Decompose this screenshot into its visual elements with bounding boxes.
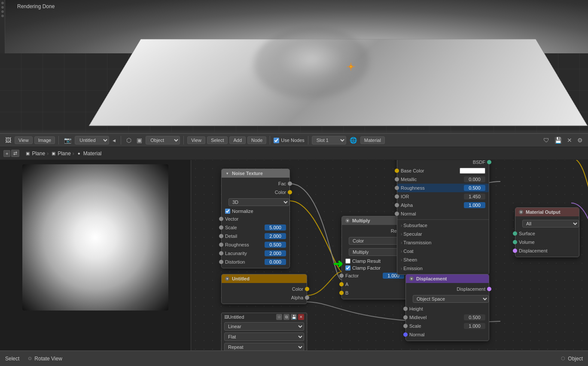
object-dropdown[interactable]: Object	[146, 136, 180, 145]
node-menu[interactable]: Node	[247, 136, 266, 144]
collapse-btn[interactable]: ▾	[225, 277, 229, 281]
roughness-row[interactable]: Roughness 0.500	[397, 184, 489, 192]
breadcrumb-material[interactable]: ● Material	[76, 151, 102, 157]
metallic-socket[interactable]	[395, 177, 399, 181]
editor-type-icon[interactable]: 🖼	[3, 136, 13, 145]
copy-icon[interactable]: ⧉	[283, 314, 289, 320]
height-row[interactable]: Height	[406, 304, 489, 313]
dimension-dropdown[interactable]: 3D	[228, 198, 289, 206]
ior-row[interactable]: IOR 1.450	[397, 192, 489, 201]
base-color-swatch[interactable]	[460, 168, 485, 174]
distortion-row[interactable]: Distortion 0.000	[222, 258, 289, 266]
add-datablock-icon[interactable]: ☆	[276, 314, 282, 320]
collapse-btn[interactable]: ▾	[225, 171, 229, 175]
roughness-socket-in[interactable]	[219, 243, 223, 247]
output-mode-dropdown[interactable]: All	[522, 220, 579, 228]
distortion-socket-in[interactable]	[219, 260, 223, 264]
breadcrumb-plane1[interactable]: ▣ Plane	[24, 151, 45, 157]
img-color-socket-out[interactable]	[305, 287, 309, 291]
save-icon[interactable]: 💾	[291, 314, 297, 320]
detail-row[interactable]: Detail 2.000	[222, 232, 289, 240]
displacement-row[interactable]: Displacement	[515, 246, 579, 255]
collapse-btn[interactable]: ▾	[409, 277, 414, 281]
projection-dropdown[interactable]: Flat	[224, 332, 304, 341]
breadcrumb-plane2[interactable]: ▣ Plane	[50, 151, 71, 157]
image-selector-icon[interactable]: 📷	[62, 136, 73, 145]
image-menu[interactable]: Image	[34, 136, 55, 144]
use-nodes-checkbox[interactable]: Use Nodes	[274, 138, 304, 143]
displacement-node[interactable]: ▾ Displacement Displacement Object Space…	[405, 274, 489, 341]
vector-socket-in[interactable]	[219, 217, 223, 221]
ior-socket[interactable]	[395, 194, 399, 199]
b-socket-in[interactable]	[339, 291, 344, 295]
subsurface-row[interactable]: › Subsurface	[397, 221, 489, 230]
space-dropdown[interactable]: Object Space	[413, 295, 489, 303]
sheen-row[interactable]: › Sheen	[397, 255, 489, 264]
collapse-btn[interactable]: ▾	[519, 210, 523, 214]
a-row[interactable]: A	[342, 280, 408, 289]
a-socket-in[interactable]	[339, 282, 344, 286]
image-texture-node[interactable]: ▾ Untitled Color Alpha	[221, 274, 307, 304]
factor-socket-in[interactable]	[339, 274, 344, 278]
color-socket-out[interactable]	[288, 190, 292, 194]
close-icon[interactable]: ✕	[565, 136, 574, 145]
color-space-dropdown[interactable]: Linear	[224, 322, 304, 331]
normal-socket[interactable]	[395, 212, 399, 216]
scale-row[interactable]: Scale 1.000	[406, 322, 489, 330]
bsdf-socket-out[interactable]	[487, 160, 491, 164]
specular-row[interactable]: › Specular	[397, 230, 489, 238]
zoom-in-btn[interactable]: +	[3, 150, 10, 157]
normalize-row[interactable]: Normalize	[222, 208, 289, 215]
metallic-row[interactable]: Metallic 0.000	[397, 175, 489, 184]
slot-dropdown[interactable]: Slot 1	[312, 136, 346, 145]
image-options-icon[interactable]: ◂	[111, 136, 117, 145]
transmission-row[interactable]: › Transmission	[397, 238, 489, 247]
base-color-row[interactable]: Base Color	[397, 166, 489, 175]
principled-bsdf-node[interactable]: ▾ Principled BSDF BSDF Base Color Metall…	[397, 147, 489, 275]
coat-row[interactable]: › Coat	[397, 247, 489, 255]
scale-socket[interactable]	[403, 324, 408, 328]
detail-socket-in[interactable]	[219, 234, 223, 238]
volume-row[interactable]: Volume	[515, 238, 579, 246]
extension-dropdown[interactable]: Repeat	[224, 343, 304, 351]
disp-out-socket[interactable]	[487, 287, 491, 291]
select-menu[interactable]: Select	[207, 136, 228, 144]
clamp-result-checkbox[interactable]	[345, 258, 350, 264]
midlevel-row[interactable]: Midlevel 0.500	[406, 313, 489, 322]
image-name-dropdown[interactable]: Untitled	[75, 136, 109, 145]
material-output-node[interactable]: ▾ Material Output All Surface Volume	[515, 207, 579, 257]
noise-texture-node[interactable]: ▾ Noise Texture Fac Color 3D	[221, 169, 290, 268]
scale-socket-in[interactable]	[219, 225, 223, 230]
view2-menu[interactable]: View	[187, 136, 205, 144]
add-menu[interactable]: Add	[229, 136, 246, 144]
normal-row[interactable]: Normal	[406, 330, 489, 339]
surface-socket[interactable]	[513, 231, 517, 236]
alpha-row[interactable]: Alpha 1.000	[397, 201, 489, 209]
scale-row[interactable]: Scale 5.000	[222, 223, 289, 232]
base-color-socket[interactable]	[395, 169, 399, 173]
settings-icon[interactable]: ⚙	[576, 136, 585, 145]
material-btn[interactable]: Material	[360, 136, 385, 144]
collapse-btn[interactable]: ▾	[345, 218, 350, 223]
disp-normal-socket[interactable]	[403, 332, 408, 337]
fac-socket-out[interactable]	[288, 181, 292, 186]
zoom-out-btn[interactable]: ⇄	[11, 150, 19, 157]
volume-socket[interactable]	[513, 240, 517, 244]
use-nodes-input[interactable]	[274, 138, 279, 143]
img-alpha-socket-out[interactable]	[305, 295, 309, 300]
height-socket[interactable]	[403, 307, 408, 311]
panel-type-icon[interactable]: 🖼	[224, 315, 228, 319]
normalize-checkbox[interactable]	[225, 209, 230, 214]
save-icon[interactable]: 💾	[553, 136, 564, 145]
shield-icon[interactable]: 🛡	[542, 136, 551, 145]
lacunarity-socket-in[interactable]	[219, 251, 223, 255]
b-row[interactable]: B	[342, 289, 408, 297]
world-icon[interactable]: 🌐	[348, 136, 359, 145]
roughness-socket[interactable]	[395, 186, 399, 190]
object-type-icon[interactable]: ▣	[135, 136, 144, 145]
midlevel-socket[interactable]	[403, 315, 408, 320]
node-canvas[interactable]: ➜ ▾ Noise Texture Fac Color 3D	[191, 147, 588, 351]
emission-row[interactable]: › Emission	[397, 264, 489, 273]
delete-icon[interactable]: ✕	[298, 314, 304, 320]
view-menu[interactable]: View	[15, 136, 33, 144]
